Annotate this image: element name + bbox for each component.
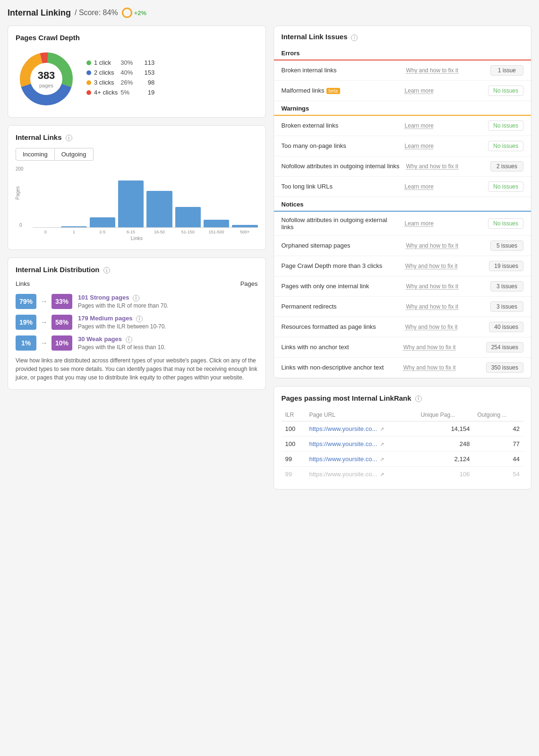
distribution-row: 19% → 58% 179 Medium pages i Pages with … <box>16 315 258 330</box>
issue-learn-more-link[interactable]: Why and how to fix it <box>406 67 487 74</box>
issue-learn-more-link[interactable]: Why and how to fix it <box>405 324 486 330</box>
issue-badge[interactable]: 3 issues <box>490 281 523 292</box>
tab-incoming[interactable]: Incoming <box>16 148 55 161</box>
x-label: 500+ <box>232 230 257 234</box>
legend-dot <box>86 80 91 85</box>
issue-badge[interactable]: 350 issues <box>486 362 523 373</box>
bar-chart-inner: 200 0 Pages <box>16 166 258 228</box>
crawl-depth-legend: 1 click 30% 113 2 clicks 40% 153 3 click… <box>86 59 154 99</box>
dist-rows: 79% → 33% 101 Strong pages i Pages with … <box>16 294 258 351</box>
dist-footer: View how links are distributed across di… <box>16 356 258 382</box>
issue-name: Too long link URLs <box>282 183 401 190</box>
internal-links-title: Internal Links i <box>16 133 258 141</box>
issue-learn-more-link[interactable]: Why and how to fix it <box>406 283 487 290</box>
ilr-value: 99 <box>282 466 306 481</box>
table-row: 100https://www.yoursite.co... ↗14,15442 <box>282 421 524 436</box>
donut-chart: 383 pages <box>16 48 77 110</box>
score-badge: +2% <box>122 8 146 18</box>
issue-row: Links with non-descriptive anchor text W… <box>274 358 531 378</box>
issue-name: Permanent redirects <box>282 303 402 310</box>
dist-row-info-icon[interactable]: i <box>136 316 143 322</box>
issue-badge[interactable]: 254 issues <box>486 342 523 352</box>
ilr-col-header: Outgoing ... <box>473 409 523 421</box>
legend-name: 4+ clicks <box>94 89 118 96</box>
issues-section-label-errors: Errors <box>274 46 531 60</box>
ilr-url-cell[interactable]: https://www.yoursite.co... ↗ <box>306 436 417 451</box>
dist-row-info-icon[interactable]: i <box>133 295 139 301</box>
legend-item: 1 click 30% 113 <box>86 59 154 66</box>
ilr-url[interactable]: https://www.yoursite.co... <box>309 455 377 463</box>
issue-badge[interactable]: 40 issues <box>489 322 523 332</box>
issues-card: Internal Link Issues i Errors Broken int… <box>274 26 532 378</box>
internal-links-info-icon[interactable]: i <box>66 135 72 141</box>
x-label: 151-500 <box>204 230 229 234</box>
issue-row: Broken internal links Why and how to fix… <box>274 60 531 81</box>
donut-center: 383 pages <box>38 69 55 89</box>
legend-name: 1 click <box>94 59 118 66</box>
y-label-200: 200 <box>16 166 24 172</box>
issue-learn-more-link[interactable]: Why and how to fix it <box>405 263 486 269</box>
dist-row-info-icon[interactable]: i <box>126 336 132 343</box>
distribution-info-icon[interactable]: i <box>103 267 110 274</box>
ilr-url[interactable]: https://www.yoursite.co... <box>309 440 377 447</box>
left-column: Pages Crawl Depth <box>8 26 266 390</box>
dist-info-title[interactable]: 179 Medium pages i <box>78 315 166 322</box>
dist-info-title[interactable]: 101 Strong pages i <box>78 294 168 301</box>
issue-badge[interactable]: 3 issues <box>490 301 523 312</box>
tab-outgoing[interactable]: Outgoing <box>55 148 94 161</box>
ilr-table-card: Pages passing most Internal LinkRank i I… <box>274 386 532 490</box>
ilr-url-cell[interactable]: https://www.yoursite.co... ↗ <box>306 451 417 466</box>
issue-learn-more-link[interactable]: Why and how to fix it <box>403 344 482 351</box>
x-label: 0 <box>33 230 58 234</box>
dist-pages-col: Pages <box>240 280 258 287</box>
ilr-url-cell[interactable]: https://www.yoursite.co... ↗ <box>306 466 417 481</box>
issue-learn-more-link[interactable]: Learn more <box>405 87 485 94</box>
issue-badge: No issues <box>488 86 523 96</box>
legend-pct: 26% <box>120 79 137 86</box>
bar-col <box>146 191 172 228</box>
issue-name: Nofollow attributes in outgoing internal… <box>282 163 402 170</box>
issues-sections: Errors Broken internal links Why and how… <box>274 46 531 378</box>
issue-learn-more-link[interactable]: Why and how to fix it <box>406 242 487 249</box>
issue-learn-more-link[interactable]: Learn more <box>405 220 485 227</box>
issue-learn-more-link[interactable]: Why and how to fix it <box>406 303 487 310</box>
crawl-depth-title: Pages Crawl Depth <box>16 34 258 42</box>
ilr-col-header: Page URL <box>306 409 417 421</box>
x-axis-title: Links <box>16 235 258 241</box>
issue-badge[interactable]: 19 issues <box>489 261 523 271</box>
x-axis: 012-56-1516-5051-150151-500500+ <box>16 230 258 234</box>
table-row: 100https://www.yoursite.co... ↗24877 <box>282 436 524 451</box>
legend-count: 98 <box>140 79 154 86</box>
issue-learn-more-link[interactable]: Why and how to fix it <box>406 163 487 170</box>
score-delta: +2% <box>134 9 146 17</box>
legend-dot <box>86 70 91 75</box>
issue-row: Too long link URLs Learn more No issues <box>274 177 531 197</box>
issue-learn-more-link[interactable]: Learn more <box>405 122 485 129</box>
issue-learn-more-link[interactable]: Learn more <box>405 143 485 149</box>
x-label: 16-50 <box>146 230 172 234</box>
x-label: 2-5 <box>90 230 115 234</box>
issue-name: Orphaned sitemap pages <box>282 242 402 249</box>
issue-badge[interactable]: 5 issues <box>490 241 523 251</box>
main-layout: Pages Crawl Depth <box>8 26 531 490</box>
internal-links-card: Internal Links i IncomingOutgoing 200 0 … <box>8 125 266 250</box>
issues-info-icon[interactable]: i <box>351 34 358 41</box>
ilr-url-cell[interactable]: https://www.yoursite.co... ↗ <box>306 421 417 436</box>
dist-arrow-icon: → <box>40 339 48 347</box>
external-link-icon: ↗ <box>380 426 384 432</box>
dist-info-desc: Pages with the ILR between 10-70. <box>78 323 166 330</box>
issue-badge[interactable]: 2 issues <box>490 161 523 172</box>
issue-learn-more-link[interactable]: Learn more <box>405 183 485 190</box>
issue-badge[interactable]: 1 issue <box>490 65 523 76</box>
legend-pct: 40% <box>120 69 137 76</box>
ilr-outgoing: 42 <box>473 421 523 436</box>
bar-col <box>118 180 144 228</box>
ilr-value: 99 <box>282 451 306 466</box>
legend-count: 19 <box>140 89 154 96</box>
dist-info-title[interactable]: 30 Weak pages i <box>78 335 165 343</box>
ilr-url[interactable]: https://www.yoursite.co... <box>309 425 377 432</box>
issue-learn-more-link[interactable]: Why and how to fix it <box>403 364 482 371</box>
ilr-table-info-icon[interactable]: i <box>415 395 422 402</box>
legend-name: 3 clicks <box>94 79 118 86</box>
legend-name: 2 clicks <box>94 69 118 76</box>
